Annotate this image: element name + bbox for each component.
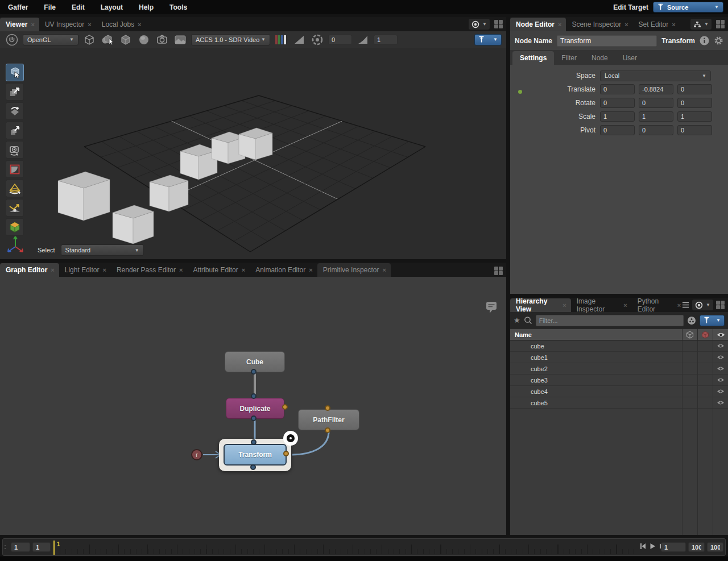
translate-z-field[interactable] — [677, 84, 712, 94]
layout-menu-icon[interactable] — [716, 301, 725, 309]
tab-local-jobs[interactable]: Local Jobs× — [96, 18, 146, 31]
tab-primitive-inspector[interactable]: Primitive Inspector× — [317, 263, 391, 277]
rotate-y-field[interactable] — [639, 98, 673, 108]
range-start-field[interactable] — [11, 542, 30, 552]
subtab-filter[interactable]: Filter — [554, 51, 584, 65]
tab-attribute-editor[interactable]: Attribute Editor× — [187, 263, 250, 277]
translate-tool[interactable] — [6, 83, 24, 101]
menu-file[interactable]: File — [36, 3, 64, 11]
menu-edit[interactable]: Edit — [64, 3, 93, 11]
close-icon[interactable]: × — [88, 21, 91, 28]
image-compare-icon[interactable] — [173, 33, 188, 47]
frame-field[interactable] — [661, 542, 686, 552]
close-icon[interactable]: × — [558, 21, 561, 28]
pivot-y-field[interactable] — [639, 125, 673, 135]
table-row-cube[interactable]: cube — [510, 340, 728, 352]
range-end-field[interactable] — [707, 542, 723, 552]
port-pathfilter-top[interactable] — [325, 405, 330, 411]
scale-tool[interactable] — [6, 122, 24, 139]
table-row-cube5[interactable]: cube5 — [510, 397, 728, 409]
eye-icon[interactable] — [713, 340, 728, 351]
select-tool[interactable] — [6, 64, 24, 81]
focus-indicator-icon[interactable] — [283, 431, 298, 446]
play-icon[interactable] — [650, 543, 656, 550]
node-name-field[interactable] — [557, 35, 657, 47]
translate-y-field[interactable] — [639, 84, 673, 94]
eye-icon[interactable] — [713, 352, 728, 363]
display-transform-dropdown[interactable]: ACES 1.0 - SDR Video▼ — [191, 34, 270, 45]
close-icon[interactable]: × — [51, 267, 54, 273]
close-icon[interactable]: × — [309, 267, 312, 273]
close-icon[interactable]: × — [623, 302, 627, 309]
rotate-x-field[interactable] — [600, 98, 635, 108]
camera-tool[interactable] — [6, 141, 24, 159]
camera-icon[interactable] — [155, 33, 169, 47]
port-pathfilter-out[interactable] — [325, 427, 330, 433]
light-cone-tool[interactable] — [6, 180, 24, 197]
table-row-cube4[interactable]: cube4 — [510, 386, 728, 397]
renderer-dropdown[interactable]: OpenGL▼ — [23, 34, 78, 45]
table-row-cube3[interactable]: cube3 — [510, 375, 728, 386]
name-column-header[interactable]: Name — [510, 329, 682, 340]
wireframe-cube-icon[interactable] — [118, 33, 133, 47]
pivot-z-field[interactable] — [677, 125, 712, 135]
port-transform-out[interactable] — [250, 464, 256, 470]
close-icon[interactable]: × — [382, 267, 386, 273]
menu-tools[interactable]: Tools — [162, 3, 195, 11]
aperture-icon[interactable] — [310, 33, 325, 47]
gamma-field[interactable] — [374, 35, 398, 45]
subtab-node[interactable]: Node — [584, 51, 615, 65]
port-transform-filter[interactable] — [283, 451, 289, 456]
crop-window-tool[interactable] — [6, 160, 24, 178]
sphere-icon[interactable] — [136, 33, 151, 47]
hierarchy-pin-dropdown[interactable]: ▼ — [700, 315, 725, 326]
close-icon[interactable]: × — [624, 21, 628, 28]
gear-icon[interactable] — [714, 36, 723, 45]
tab-render-pass-editor[interactable]: Render Pass Editor× — [111, 263, 188, 277]
node-tree-menu-button[interactable]: ▼ — [690, 19, 712, 30]
timeline-ruler[interactable] — [60, 541, 635, 554]
edit-target-dropdown[interactable]: Source ▼ — [653, 2, 723, 13]
table-row-cube2[interactable]: cube2 — [510, 363, 728, 375]
layout-menu-icon[interactable] — [494, 20, 503, 28]
viewport-3d[interactable]: Select Standard▼ — [0, 48, 506, 259]
close-icon[interactable]: × — [102, 267, 106, 273]
rgb-channels-icon[interactable] — [274, 33, 288, 47]
layout-menu-icon[interactable] — [494, 267, 503, 275]
tab-graph-editor[interactable]: Graph Editor× — [0, 263, 59, 277]
scale-y-field[interactable] — [639, 111, 673, 122]
tab-animation-editor[interactable]: Animation Editor× — [250, 263, 317, 277]
close-icon[interactable]: × — [677, 302, 681, 309]
tab-light-editor[interactable]: Light Editor× — [59, 263, 111, 277]
port-duplicate-filter[interactable] — [282, 404, 288, 410]
scale-x-field[interactable] — [600, 111, 635, 122]
rotate-tool[interactable] — [6, 102, 24, 120]
eye-icon[interactable] — [713, 375, 728, 385]
bookmark-star-icon[interactable]: ★ — [514, 316, 520, 325]
scene-settings-icon[interactable] — [687, 316, 696, 325]
rotate-z-field[interactable] — [677, 98, 712, 108]
annotation-r-badge[interactable]: r — [191, 449, 202, 460]
port-duplicate-out[interactable] — [251, 415, 257, 421]
close-icon[interactable]: × — [31, 21, 34, 28]
drag-grip-icon[interactable] — [3, 545, 7, 549]
space-dropdown[interactable]: Local▼ — [600, 70, 711, 81]
playhead[interactable] — [53, 541, 55, 555]
pan-hand-icon[interactable] — [5, 33, 19, 47]
tab-uv-inspector[interactable]: UV Inspector× — [39, 18, 96, 31]
close-icon[interactable]: × — [138, 21, 141, 28]
subtab-user[interactable]: User — [615, 51, 644, 65]
pivot-x-field[interactable] — [600, 125, 635, 135]
node-transform[interactable]: Transform — [224, 444, 287, 466]
skip-start-icon[interactable] — [640, 543, 646, 550]
end-frame-field[interactable] — [688, 542, 705, 552]
exclusions-column-icon[interactable] — [697, 329, 713, 340]
select-cube-icon[interactable] — [100, 33, 115, 47]
translate-x-field[interactable] — [600, 84, 635, 94]
tab-node-editor[interactable]: Node Editor× — [510, 18, 566, 31]
eye-icon[interactable] — [713, 363, 728, 374]
close-icon[interactable]: × — [672, 21, 675, 28]
close-icon[interactable]: × — [179, 267, 183, 273]
current-frame-field[interactable] — [32, 542, 51, 552]
info-icon[interactable] — [700, 36, 709, 45]
